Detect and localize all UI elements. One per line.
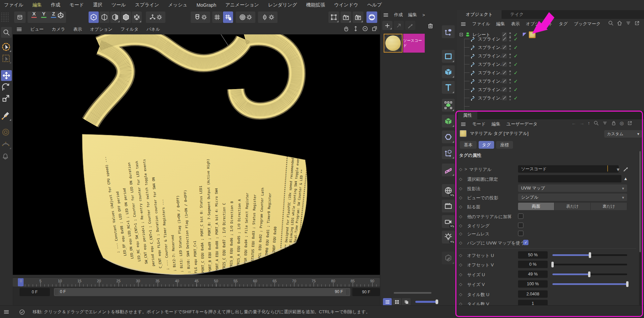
visibility-editor-toggle[interactable] — [502, 95, 507, 100]
om-detach-icon[interactable] — [634, 20, 640, 26]
viewport-hamburger-icon[interactable] — [16, 26, 22, 32]
grid-icon[interactable] — [212, 11, 222, 23]
visibility-dots[interactable] — [509, 53, 511, 59]
render-settings-icon[interactable] — [353, 11, 363, 23]
scale-tool-icon[interactable] — [1, 94, 12, 105]
camera-object-icon[interactable]: ST — [442, 215, 455, 228]
offset-v-field[interactable]: 0 % — [518, 261, 548, 268]
object-name[interactable]: スプライン.6 — [478, 61, 504, 67]
mm-menu-edit[interactable]: 編集 — [408, 12, 417, 18]
menu-tools[interactable]: ツール — [111, 2, 126, 8]
cube-primitive-icon[interactable] — [442, 65, 455, 78]
side-front-button[interactable]: 表だけ — [554, 203, 591, 210]
history-back-icon[interactable]: ← — [572, 120, 576, 126]
visibility-dots[interactable] — [509, 95, 511, 101]
om-filter-icon[interactable] — [625, 20, 631, 26]
mode-tweak-icon[interactable] — [89, 11, 99, 23]
at-menu-edit[interactable]: 編集 — [492, 121, 501, 127]
menu-extensions[interactable]: 機能拡張 — [306, 2, 325, 8]
material-eyedropper-icon[interactable] — [623, 166, 629, 172]
attribute-scrollbar[interactable] — [639, 151, 641, 314]
visibility-editor-toggle[interactable] — [502, 45, 507, 50]
material-hscrollbar[interactable] — [394, 292, 431, 294]
view-projection-dropdown[interactable]: シンプル▾ — [518, 194, 627, 201]
object-row-spline[interactable]: スプライン.1✓ — [457, 94, 644, 102]
generator-cube-icon[interactable] — [442, 115, 455, 127]
maximize-view-icon[interactable] — [371, 25, 378, 32]
object-row-spline[interactable]: スプライン✓ — [457, 35, 644, 43]
object-row-spline[interactable]: スプライン.7✓ — [457, 43, 644, 52]
om-hamburger-icon[interactable] — [460, 21, 466, 27]
go-up-icon[interactable]: ↑ — [588, 120, 590, 126]
material-list-view-icon[interactable] — [383, 298, 392, 306]
radial-settings-gear-icon[interactable] — [246, 14, 252, 20]
object-row-spline[interactable]: スプライン.2✓ — [457, 68, 644, 77]
rotate-tool-icon[interactable] — [1, 82, 12, 93]
visibility-dots[interactable] — [509, 87, 511, 93]
menu-spline[interactable]: スプライン — [135, 2, 159, 8]
quantize-grid-icon[interactable] — [223, 11, 233, 23]
text-object-icon[interactable] — [442, 81, 455, 94]
viewport-canvas[interactable]: ;***************************************… — [13, 34, 380, 275]
tiles-u-field[interactable]: 2.0408 — [518, 290, 548, 298]
render-sphere-icon[interactable] — [366, 11, 377, 23]
subdivision-generator-icon[interactable] — [442, 99, 455, 112]
search-commander-icon[interactable] — [1, 27, 12, 38]
vp-menu-options[interactable]: オプション — [90, 26, 113, 32]
axis-lock-y[interactable]: Y — [39, 11, 49, 23]
size-u-field[interactable]: 49 % — [518, 270, 548, 278]
material-thumbnail[interactable] — [384, 34, 402, 53]
material-caret-icon[interactable]: ▾ — [617, 166, 619, 173]
at-target-icon[interactable]: ◎ — [620, 120, 624, 126]
radial-symmetry-icon[interactable] — [239, 13, 246, 21]
snap-settings-gear-icon[interactable] — [201, 14, 207, 20]
orbit-icon[interactable] — [362, 25, 368, 32]
enable-check-icon[interactable]: ✓ — [514, 87, 518, 93]
tab-coordinates[interactable]: 座標 — [496, 141, 513, 149]
sky-environment-icon[interactable]: ST — [442, 184, 455, 197]
at-menu-mode[interactable]: モード — [472, 121, 486, 127]
visibility-dots[interactable] — [509, 36, 511, 42]
menu-mograph[interactable]: MoGraph — [197, 2, 216, 8]
timeline-ruler[interactable]: 051015202530354045505560657075808590 — [13, 278, 380, 287]
frame-selected-icon[interactable] — [328, 11, 339, 23]
visibility-editor-toggle[interactable] — [502, 53, 507, 58]
om-menu-file[interactable]: ファイル — [472, 21, 490, 27]
om-search-icon[interactable] — [608, 20, 614, 26]
axis-modify-icon[interactable] — [149, 13, 156, 21]
menu-create[interactable]: 作成 — [51, 2, 60, 8]
rectangle-selection-icon[interactable] — [1, 53, 12, 64]
enable-check-icon[interactable]: ✓ — [514, 36, 518, 42]
seamless-checkbox[interactable] — [518, 231, 523, 236]
symmetry-rings-group[interactable] — [236, 11, 255, 23]
mirror-settings-gear-icon[interactable] — [268, 14, 275, 20]
coordinate-system-icon[interactable] — [57, 11, 67, 23]
menu-mesh[interactable]: メッシュ — [168, 2, 187, 8]
dolly-zoom-icon[interactable] — [352, 25, 359, 32]
add-material-button[interactable] — [382, 21, 392, 30]
visibility-editor-toggle[interactable] — [502, 62, 507, 67]
menu-help[interactable]: ヘルプ — [367, 2, 382, 8]
visibility-dots[interactable] — [509, 45, 511, 51]
object-name[interactable]: スプライン.1 — [478, 95, 504, 101]
vp-menu-camera[interactable]: カメラ — [52, 26, 65, 32]
om-menu-bookmarks[interactable]: ブックマーク — [574, 21, 601, 27]
current-frame-field[interactable]: 0 F — [20, 288, 50, 296]
spline-pen-palette-icon[interactable] — [442, 25, 455, 38]
object-name[interactable]: スプライン.5 — [478, 53, 504, 59]
tab-takes[interactable]: テイク — [502, 10, 533, 19]
snap-magnet-icon[interactable] — [194, 13, 201, 21]
vp-menu-filter[interactable]: フィルタ — [121, 26, 138, 32]
mode-model-icon[interactable] — [99, 11, 109, 23]
material-layer-view-icon[interactable] — [402, 298, 411, 306]
at-detach-icon[interactable] — [627, 120, 633, 126]
bump-uvw-checkbox[interactable]: ✓ — [523, 240, 528, 245]
history-forward-icon[interactable]: → — [580, 120, 584, 126]
spline-pen-icon[interactable] — [1, 111, 12, 121]
material-link-field[interactable]: ソースコード — [518, 165, 619, 173]
simulation-bell-icon[interactable] — [1, 151, 12, 162]
object-name[interactable]: スプライン.4 — [478, 78, 504, 84]
side-back-button[interactable]: 裏だけ — [591, 203, 627, 210]
object-name[interactable]: スプライン.2 — [478, 70, 504, 76]
spline-smooth-icon[interactable] — [1, 139, 12, 150]
